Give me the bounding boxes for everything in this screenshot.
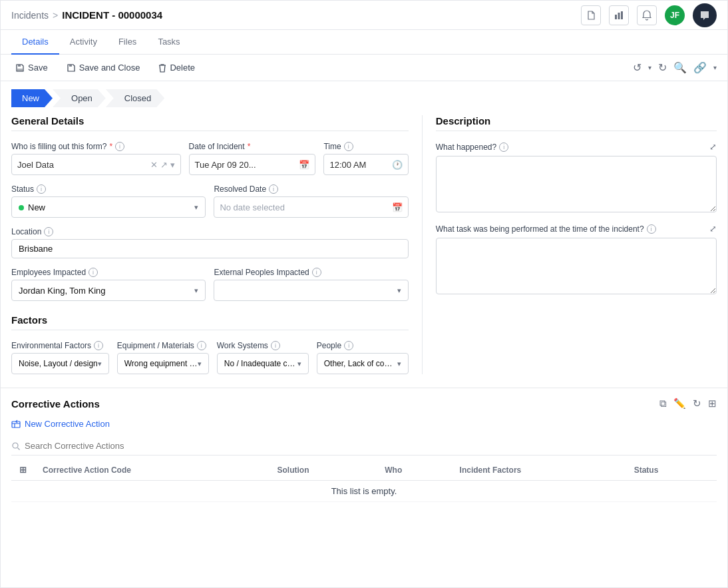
what-happened-textarea[interactable]: [436, 156, 717, 212]
clock-icon[interactable]: 🕐: [392, 160, 403, 170]
search-icon[interactable]: 🔍: [673, 61, 687, 74]
toolbar-right: ↺ ▾ ↻ 🔍 🔗 ▾: [633, 61, 717, 74]
tab-files[interactable]: Files: [108, 30, 147, 55]
task-label: What task was being performed at the tim…: [436, 224, 656, 234]
history-icon[interactable]: ↺: [633, 61, 641, 74]
search-corrective-input[interactable]: [25, 441, 717, 451]
toolbar-left: Save Save and Close Delete: [11, 60, 199, 75]
refresh-icon[interactable]: ↻: [658, 61, 667, 74]
corrective-grid-icon[interactable]: ⊞: [708, 398, 717, 410]
tab-tasks[interactable]: Tasks: [147, 30, 190, 55]
task-info-icon[interactable]: i: [647, 224, 656, 234]
environmental-label: Environmental Factors i: [11, 341, 109, 350]
date-group: Date of Incident * Tue Apr 09 20... 📅: [189, 142, 316, 175]
people-select[interactable]: Other, Lack of communication ▾: [317, 353, 409, 374]
breadcrumb-separator: >: [53, 10, 58, 21]
environmental-chevron: ▾: [98, 360, 102, 368]
description-title: Description: [436, 115, 717, 131]
tabs-bar: Details Activity Files Tasks: [1, 30, 727, 55]
task-expand-icon[interactable]: ⤢: [709, 224, 717, 234]
search-corrective-icon: [11, 441, 21, 451]
work-systems-info-icon[interactable]: i: [271, 341, 280, 350]
search-corrective-row: [11, 437, 717, 455]
toolbar: Save Save and Close Delete ↺ ▾ ↻ 🔍 🔗: [1, 55, 727, 81]
form-row-location: Location i: [11, 227, 409, 258]
step-open[interactable]: Open: [53, 89, 106, 107]
employees-select[interactable]: Jordan King, Tom King ▾: [11, 280, 206, 301]
task-group: What task was being performed at the tim…: [436, 224, 717, 296]
work-systems-label: Work Systems i: [217, 341, 309, 350]
equipment-select[interactable]: Wrong equipment for the job, Equipme... …: [117, 353, 209, 374]
who-label: Who is filling out this form? * i: [11, 142, 181, 151]
link-icon[interactable]: 🔗: [693, 61, 707, 74]
user-avatar[interactable]: JF: [665, 5, 685, 25]
step-new[interactable]: New: [11, 89, 53, 107]
status-dot: [19, 205, 24, 210]
who-dropdown-icon[interactable]: ▾: [170, 160, 175, 170]
corrective-table: ⊞ Corrective Action Code Solution Who In…: [11, 459, 717, 502]
what-happened-info-icon[interactable]: i: [499, 143, 508, 152]
who-info-icon[interactable]: i: [115, 142, 124, 151]
external-select[interactable]: ▾: [214, 280, 408, 301]
calendar-icon[interactable]: 📅: [299, 160, 309, 170]
environmental-group: Environmental Factors i Noise, Layout / …: [11, 341, 109, 374]
form-row-status-resolved: Status i New ▾ Resolved Date i: [11, 184, 409, 218]
resolved-date-label: Resolved Date i: [214, 184, 408, 194]
location-label: Location i: [11, 227, 409, 236]
link-dropdown-icon[interactable]: ▾: [713, 64, 717, 71]
corrective-copy-icon[interactable]: ⧉: [659, 398, 667, 410]
environmental-select[interactable]: Noise, Layout / design ▾: [11, 353, 109, 374]
who-clear-icon[interactable]: ✕: [150, 160, 158, 170]
date-input[interactable]: Tue Apr 09 20... 📅: [189, 154, 316, 175]
external-info-icon[interactable]: i: [312, 268, 321, 277]
history-dropdown-icon[interactable]: ▾: [648, 64, 651, 71]
time-info-icon[interactable]: i: [344, 142, 353, 151]
location-input[interactable]: [11, 239, 409, 258]
tab-activity[interactable]: Activity: [59, 30, 108, 55]
svg-rect-0: [615, 15, 617, 19]
document-icon-btn[interactable]: [581, 5, 601, 25]
who-external-icon[interactable]: ↗: [160, 160, 168, 170]
equipment-info-icon[interactable]: i: [197, 341, 206, 350]
task-textarea[interactable]: [436, 238, 717, 294]
work-systems-select[interactable]: No / Inadequate controls implemente... ▾: [217, 353, 309, 374]
resolved-calendar-icon[interactable]: 📅: [392, 202, 403, 212]
environmental-info-icon[interactable]: i: [94, 341, 103, 350]
breadcrumb: Incidents > INCIDENT - 00000034: [11, 9, 162, 21]
corrective-refresh-icon[interactable]: ↻: [693, 398, 701, 410]
svg-point-7: [13, 443, 18, 448]
delete-button[interactable]: Delete: [154, 60, 199, 75]
status-info-icon[interactable]: i: [37, 184, 46, 194]
svg-rect-4: [17, 69, 23, 71]
what-happened-label-row: What happened? i ⤢: [436, 142, 717, 152]
corrective-header-actions: ⧉ ✏️ ↻ ⊞: [659, 398, 717, 410]
status-group: Status i New ▾: [11, 184, 206, 218]
corrective-edit-icon[interactable]: ✏️: [673, 398, 686, 410]
col-factors: Incident Factors: [452, 459, 626, 481]
step-closed[interactable]: Closed: [106, 89, 164, 107]
save-button[interactable]: Save: [11, 60, 52, 75]
svg-rect-6: [12, 422, 20, 428]
chat-button[interactable]: [693, 3, 717, 27]
save-close-button[interactable]: Save and Close: [63, 60, 144, 75]
form-row-employees: Employees Impacted i Jordan King, Tom Ki…: [11, 268, 409, 301]
time-input[interactable]: 12:00 AM 🕐: [323, 154, 408, 175]
status-select[interactable]: New ▾: [11, 196, 206, 218]
bell-icon-btn[interactable]: [637, 5, 657, 25]
resolved-date-input[interactable]: No date selected 📅: [214, 196, 408, 218]
external-group: External Peoples Impacted i ▾: [214, 268, 408, 301]
location-info-icon[interactable]: i: [44, 227, 53, 236]
people-info-icon[interactable]: i: [344, 341, 353, 350]
empty-message: This list is empty.: [11, 481, 717, 502]
employees-info-icon[interactable]: i: [89, 268, 98, 277]
svg-rect-3: [18, 65, 21, 67]
what-happened-expand-icon[interactable]: ⤢: [709, 142, 717, 152]
tab-details[interactable]: Details: [11, 30, 59, 55]
resolved-info-icon[interactable]: i: [269, 184, 278, 194]
breadcrumb-link[interactable]: Incidents: [11, 10, 49, 21]
new-corrective-button[interactable]: New Corrective Action: [11, 416, 110, 432]
who-input[interactable]: Joel Data ✕ ↗ ▾: [11, 154, 181, 175]
chart-icon-btn[interactable]: [609, 5, 629, 25]
breadcrumb-current: INCIDENT - 00000034: [62, 9, 162, 21]
status-label: Status i: [11, 184, 206, 194]
